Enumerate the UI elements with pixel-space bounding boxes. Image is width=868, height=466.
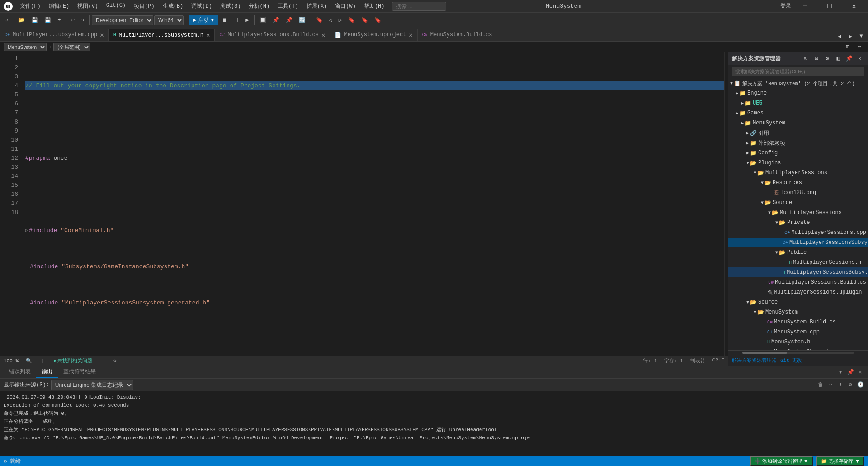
se-item-source1[interactable]: 📂 Source [728,198,868,208]
se-item-mpsubsystem-h[interactable]: H MultiplayerSessionsSubsy... [728,267,868,277]
toolbar-btn-c[interactable]: 📌 [283,16,295,24]
se-item-resources[interactable]: 📂 Resources [728,178,868,188]
toolbar-add-item[interactable]: + [55,16,63,24]
games-expand[interactable] [736,110,738,116]
tab-close-uproject[interactable]: ✕ [409,31,412,39]
editor-more-button[interactable]: ⋯ [854,42,864,52]
platform-dropdown[interactable]: Win64 [154,15,184,25]
source2-expand[interactable] [746,300,749,305]
output-settings-btn[interactable]: ⚙ [846,381,854,389]
bottom-tab-output[interactable]: 输出 [36,366,58,378]
mpsessions-expand[interactable] [754,171,756,176]
close-button[interactable]: ✕ [844,0,864,13]
menu-tools[interactable]: 工具(T) [274,1,302,11]
se-item-references[interactable]: 🔗 引用 [728,128,868,138]
tab-sessions-build[interactable]: C# MultiplayerSessions.Build.cs ✕ [215,29,330,41]
toolbar-new[interactable]: ⊕ [2,16,10,24]
se-horizontal-scroll[interactable] [728,350,868,355]
ext-expand[interactable] [746,140,749,146]
panel-collapse-btn[interactable]: ▼ [836,368,844,376]
toolbar-btn-i[interactable]: 🔖 [359,16,371,24]
se-item-menusystem-cpp[interactable]: C+ MenuSystem.cpp [728,327,868,337]
stop-button[interactable]: ⏹ [219,16,230,24]
scope-range-dropdown[interactable]: (全局范围) [53,43,90,51]
se-item-mpsubsystem-cpp[interactable]: C+ MultiplayerSessionsSubsy... [728,238,868,247]
editor-split-button[interactable]: ⊞ [843,42,853,52]
output-clear-btn[interactable]: 🗑 [816,381,825,389]
toolbar-btn-a[interactable]: 🔲 [257,16,269,24]
se-item-menusystem-src[interactable]: 📂 MenuSystem [728,307,868,317]
toolbar-btn-h[interactable]: 🔖 [345,16,358,24]
login-button[interactable]: 登录 [780,2,791,10]
se-item-plugins[interactable]: 📂 Plugins [728,158,868,168]
se-item-mpsessions-plugin[interactable]: 📂 MultiplayerSessions [728,168,868,178]
ue5-expand[interactable] [741,100,744,106]
toolbar-open[interactable]: 📂 [15,16,28,24]
tab-multiplayer-cpp[interactable]: C+ MultiPlayer...ubsystem.cpp ✕ [0,29,109,41]
menu-debug[interactable]: 调试(D) [188,1,216,11]
tab-scroll-right[interactable]: ▶ [845,31,855,41]
menu-analyze[interactable]: 分析(N) [245,1,273,11]
plugins-expand[interactable] [746,161,749,166]
output-content[interactable]: [2024.01.27-09.48.20:043][ 0]LogInit: Di… [0,391,868,456]
se-search-input[interactable] [732,67,864,76]
se-item-mpbuild-cs[interactable]: C# MultiplayerSessions.Build.cs [728,277,868,287]
output-clock-btn[interactable]: 🕐 [856,381,864,389]
menu-view[interactable]: 视图(V) [74,1,102,11]
menusystem-expand[interactable] [741,120,744,126]
private-expand[interactable] [775,220,778,225]
se-item-private[interactable]: 📂 Private [728,218,868,228]
solution-expand-arrow[interactable] [730,81,733,86]
source1-expand[interactable] [761,200,764,205]
tab-close-cpp1[interactable]: ✕ [100,31,104,39]
menu-build[interactable]: 生成(B) [159,1,187,11]
tab-dropdown[interactable]: ▼ [856,31,866,41]
launch-button[interactable]: ▶ 启动 ▼ [189,15,218,25]
se-item-config[interactable]: 📁 Config [728,148,868,158]
add-to-source-control-btn[interactable]: ➕ 添加到源代码管理 ▼ [750,456,813,466]
toolbar-btn-e[interactable]: 🔖 [313,16,326,24]
se-item-ue5[interactable]: 📁 UE5 [728,98,868,108]
restore-button[interactable]: □ [819,0,840,13]
panel-pin-btn[interactable]: 📌 [846,368,854,376]
toolbar-extra-1[interactable]: ⚙ [113,358,117,364]
se-link-solution[interactable]: 解决方案资源管理器 [732,357,777,364]
build-config-dropdown[interactable]: Development Editor [92,15,153,25]
toolbar-redo[interactable]: ↪ [78,16,87,24]
tab-close-build[interactable]: ✕ [321,31,325,39]
menu-window[interactable]: 窗口(W) [331,1,359,11]
resources-expand[interactable] [761,181,764,185]
menu-test[interactable]: 测试(S) [217,1,245,11]
se-item-menusystem[interactable]: 📁 MenuSystem [728,118,868,128]
toolbar-save[interactable]: 💾 [28,16,41,24]
se-filter-btn[interactable]: ⊡ [812,54,821,63]
step-button[interactable]: ▶ [243,16,251,24]
code-content[interactable]: 12345 678910 1112131415 161718 // Fill o… [0,52,728,356]
se-item-mpsessions-src[interactable]: 📂 MultiplayerSessions [728,208,868,218]
se-item-menusystemchar-cpp[interactable]: C+ MenuSystemCharacter.cpp [728,347,868,350]
se-solution-root[interactable]: 📋 解决方案 'MenuSystem' (2 个项目，共 2 个) [728,78,868,88]
se-item-public[interactable]: 📂 Public [728,247,868,257]
se-close-btn[interactable]: ✕ [855,54,864,63]
tab-scroll-left[interactable]: ◀ [835,31,844,41]
output-scroll-btn[interactable]: ⬇ [836,381,844,389]
refs-expand[interactable] [746,130,749,136]
menu-extensions[interactable]: 扩展(X) [303,1,331,11]
toolbar-save-all[interactable]: 💾 [42,16,54,24]
se-item-mpsessions-cpp[interactable]: C+ MultiplayerSessions.cpp [728,228,868,238]
bottom-tab-find[interactable]: 查找符号结果 [58,366,101,378]
se-dock-btn[interactable]: ◧ [834,54,843,63]
menu-git[interactable]: Git(G) [103,1,129,11]
config-expand[interactable] [746,150,749,156]
se-item-mpuplugin[interactable]: 🔌 MultiplayerSessions.uplugin [728,287,868,297]
pause-button[interactable]: ⏸ [231,16,242,24]
minimize-button[interactable]: ─ [795,0,816,13]
toolbar-btn-b[interactable]: 📌 [270,16,282,24]
mpsrc-expand[interactable] [768,210,771,215]
se-item-source2[interactable]: 📂 Source [728,297,868,307]
tab-multiplayer-h[interactable]: H MultiPlayer...sSubsystem.h ✕ [109,29,215,41]
toolbar-btn-f[interactable]: ◁ [326,16,335,24]
se-settings-btn[interactable]: ⚙ [823,54,832,63]
se-item-menubuild-cs[interactable]: C# MenuSystem.Build.cs [728,317,868,327]
menu-edit[interactable]: 编辑(E) [45,1,73,11]
